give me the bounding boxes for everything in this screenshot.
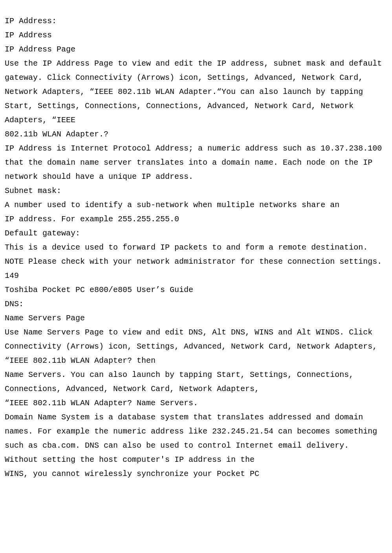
text-line: IP Address: [5, 17, 57, 26]
text-line: “IEEE 802.11b WLAN Adapter? Name Servers… [5, 399, 198, 408]
text-line: IP Address is Internet Protocol Address;… [5, 144, 387, 181]
text-line: DNS: [5, 299, 24, 309]
text-line: Connections, Advanced, Network Card, Net… [5, 384, 259, 393]
text-line: Use the IP Address Page to view and edit… [5, 59, 387, 125]
text-line: WINS, you cannot wirelessly synchronize … [5, 469, 259, 478]
text-line: This is a device used to forward IP pack… [5, 243, 368, 252]
text-line: Default gateway: [5, 229, 80, 238]
text-line: NOTE Please check with your network admi… [5, 257, 382, 266]
text-line: 802.11b WLAN Adapter.? [5, 130, 108, 139]
text-line: Name Servers Page [5, 314, 85, 323]
text-line: IP Address Page [5, 45, 75, 54]
text-line: Toshiba Pocket PC e800/e805 User’s Guide [5, 285, 193, 294]
text-line: A number used to identify a sub-network … [5, 200, 339, 209]
text-line: Name Servers. You can also launch by tap… [5, 370, 354, 379]
text-line: Use Name Servers Page to view and edit D… [5, 328, 382, 365]
text-line: Without setting the host computer's IP a… [5, 455, 255, 464]
text-line: Subnet mask: [5, 186, 61, 195]
text-line: IP address. For example 255.255.255.0 [5, 215, 179, 224]
text-line: 149 [5, 271, 19, 280]
text-line: Domain Name System is a database system … [5, 413, 382, 450]
text-line: IP Address [5, 31, 52, 40]
document-body: IP Address: IP Address IP Address Page U… [0, 0, 392, 481]
